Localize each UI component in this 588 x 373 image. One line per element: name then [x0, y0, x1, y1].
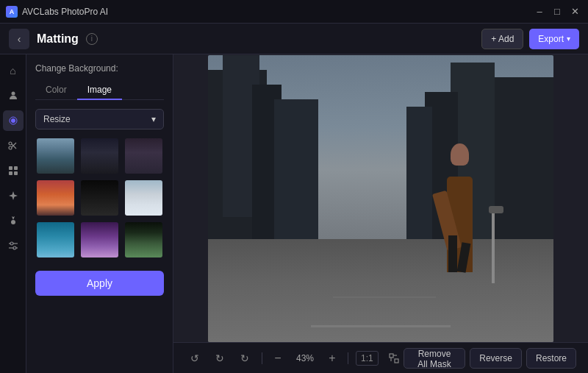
svg-marker-11 [9, 191, 18, 200]
crop-icon-button[interactable] [384, 349, 404, 368]
info-icon[interactable]: i [86, 33, 98, 45]
nav-icon-home[interactable]: ⌂ [3, 60, 24, 81]
header-left: ‹ Matting i [9, 29, 98, 49]
svg-rect-17 [390, 354, 393, 358]
svg-point-0 [11, 92, 15, 96]
side-nav: ⌂ [0, 54, 26, 373]
back-button[interactable]: ‹ [9, 29, 29, 49]
thumbnail-city-dusk[interactable] [123, 137, 164, 175]
thumbnail-grid [35, 137, 164, 259]
svg-point-3 [9, 142, 12, 145]
thumbnail-sunset[interactable] [35, 179, 76, 217]
canvas-content [173, 54, 588, 342]
page-title: Matting [37, 32, 79, 46]
dropdown-chevron-icon: ▾ [151, 114, 156, 124]
toolbar-right: Remove All Mask Reverse Restore [404, 348, 576, 369]
canvas-area: ↺ ↻ ↻ − 43% + 1:1 Re [173, 54, 588, 373]
title-bar-left: A AVCLabs PhotoPro AI [6, 6, 108, 18]
app-title: AVCLabs PhotoPro AI [22, 7, 108, 17]
export-label: Export [538, 34, 564, 44]
undo-button[interactable]: ↺ [185, 349, 204, 368]
svg-point-15 [10, 242, 13, 245]
title-bar: A AVCLabs PhotoPro AI – □ ✕ [0, 0, 588, 24]
thumbnail-green-field[interactable] [123, 221, 164, 259]
dropdown-value: Resize [43, 114, 71, 124]
thumbnail-lavender[interactable] [79, 221, 120, 259]
close-button[interactable]: ✕ [567, 4, 582, 19]
nav-icon-scissors[interactable] [3, 135, 24, 156]
bottom-toolbar: ↺ ↻ ↻ − 43% + 1:1 Re [173, 342, 588, 373]
restore-button[interactable]: Restore [526, 348, 576, 369]
tab-bar: Color Image [35, 81, 164, 100]
svg-point-16 [13, 246, 16, 249]
zoom-level: 43% [292, 353, 318, 363]
nav-icon-paint[interactable] [3, 210, 24, 231]
nav-icon-effect[interactable] [3, 110, 24, 131]
header-bar: ‹ Matting i + Add Export ▾ [0, 24, 588, 54]
thumbnail-teal-water[interactable] [35, 221, 76, 259]
toolbar-divider [262, 352, 262, 364]
zoom-ratio[interactable]: 1:1 [356, 351, 379, 366]
thumbnail-city-dark[interactable] [79, 137, 120, 175]
svg-point-4 [9, 146, 12, 149]
thumbnail-snow-peaks[interactable] [123, 179, 164, 217]
header-right: + Add Export ▾ [481, 29, 579, 49]
add-button[interactable]: + Add [481, 29, 523, 49]
nav-icon-person[interactable] [3, 85, 24, 106]
thumbnail-city-day[interactable] [35, 137, 76, 175]
panel: Change Background: Color Image Resize ▾ [26, 54, 173, 373]
svg-point-12 [11, 220, 15, 224]
svg-point-1 [11, 118, 15, 123]
redo-left-button[interactable]: ↻ [210, 349, 229, 368]
zoom-out-button[interactable]: − [270, 350, 286, 366]
svg-rect-18 [395, 359, 398, 363]
toolbar-divider-2 [348, 352, 348, 364]
export-chevron-icon: ▾ [567, 35, 570, 43]
main-layout: ⌂ [0, 54, 588, 373]
svg-rect-10 [14, 171, 18, 175]
resize-dropdown[interactable]: Resize ▾ [35, 109, 164, 129]
redo-right-button[interactable]: ↻ [235, 349, 254, 368]
nav-icon-grid[interactable] [3, 160, 24, 181]
toolbar-left: ↺ ↻ ↻ − 43% + 1:1 [185, 349, 404, 368]
change-bg-label: Change Background: [35, 63, 164, 74]
minimize-button[interactable]: – [532, 4, 547, 19]
zoom-in-button[interactable]: + [324, 350, 340, 366]
nav-icon-magic[interactable] [3, 185, 24, 206]
tab-image[interactable]: Image [77, 81, 122, 100]
remove-all-mask-button[interactable]: Remove All Mask [404, 348, 466, 369]
nav-icon-sliders[interactable] [3, 235, 24, 256]
thumbnail-dark-peaks[interactable] [79, 179, 120, 217]
app-icon: A [6, 6, 18, 18]
tab-color[interactable]: Color [35, 81, 77, 100]
reverse-button[interactable]: Reverse [470, 348, 522, 369]
maximize-button[interactable]: □ [550, 4, 564, 19]
title-bar-controls: – □ ✕ [532, 4, 582, 19]
export-button[interactable]: Export ▾ [529, 29, 579, 49]
svg-rect-9 [9, 171, 12, 175]
main-image-container [208, 55, 553, 342]
svg-rect-7 [9, 166, 12, 170]
svg-rect-8 [14, 166, 18, 170]
apply-button[interactable]: Apply [35, 271, 164, 296]
